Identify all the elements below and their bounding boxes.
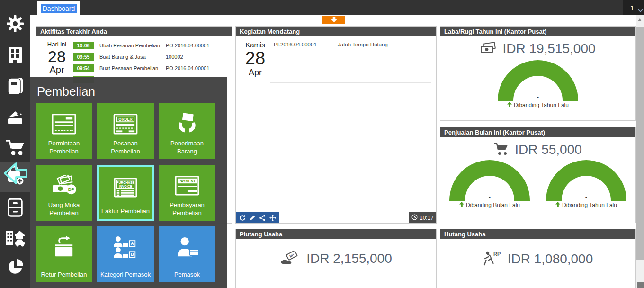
time-value: 10:17 <box>420 215 434 221</box>
goods-receipt-icon <box>175 110 199 138</box>
sidebar-item-reports[interactable] <box>0 253 30 283</box>
gauge-value: - <box>498 93 578 100</box>
chevron-down-icon[interactable] <box>638 6 643 14</box>
move-button[interactable] <box>269 215 276 221</box>
tile-goods-receipt[interactable]: Penerimaan Barang <box>159 103 215 159</box>
badge-count: 1 <box>630 4 634 12</box>
tile-label: Uang Muka Pembelian <box>36 201 92 221</box>
sidebar-item-journal[interactable] <box>0 72 30 102</box>
sales-cart-icon <box>6 139 25 158</box>
sales-gauge-month: - <box>449 160 530 201</box>
upcoming-row[interactable]: PI.2016.04.00001 Jatuh Tempo Hutang <box>274 42 388 47</box>
tab-dashboard[interactable]: Dashboard <box>37 1 80 15</box>
refresh-button[interactable] <box>239 215 246 221</box>
vertical-scrollbar[interactable] <box>636 15 644 288</box>
payable-panel: Hutang Usaha RP IDR 1,080,000 <box>440 229 636 288</box>
arrow-down-icon <box>331 16 338 24</box>
row-separator <box>270 82 431 83</box>
sidebar <box>0 0 30 288</box>
payable-amount: IDR 1,080,000 <box>508 252 593 267</box>
date-month: Apr <box>241 68 270 77</box>
reports-pie-icon <box>6 258 24 278</box>
time-badge: 09:54 <box>73 64 94 72</box>
upcoming-panel: Kegiatan Mendatang Kamis 28 Apr PI.2016.… <box>235 26 437 224</box>
tile-label: Pemasok <box>172 270 202 282</box>
fixed-assets-icon <box>5 228 26 249</box>
gauge-caption: Dibanding Bulan Lalu <box>466 202 520 208</box>
activity-row[interactable]: 10:06 Ubah Pesanan Pembelian PO.2016.04.… <box>73 42 209 49</box>
journal-icon <box>7 77 24 98</box>
activity-action: Buat Barang & Jasa <box>99 54 166 60</box>
tile-purchase-return[interactable]: Retur Pembelian <box>36 226 92 282</box>
tile-purchase-invoice[interactable]: PURCHASE INVOICE Faktur Pembelian <box>97 165 154 221</box>
profit-panel: Laba/Rugi Tahun ini (Kantor Pusat) IDR 1… <box>440 26 636 121</box>
purchase-request-icon <box>52 110 76 138</box>
activity-ref: PO.2016.04.00001 <box>166 43 209 48</box>
sales-panel-title: Penjualan Bulan ini (Kantor Pusat) <box>440 127 635 137</box>
sales-amount: IDR 55,000 <box>515 142 582 157</box>
scrollbar-thumb[interactable] <box>636 27 644 260</box>
tile-label: Retur Pembelian <box>39 270 89 282</box>
sidebar-item-fixed-assets[interactable] <box>0 224 30 254</box>
time-badge: 10:06 <box>73 42 94 49</box>
tile-supplier[interactable]: Pemasok <box>159 226 215 282</box>
sidebar-item-cash-bank[interactable] <box>0 103 30 134</box>
payable-panel-title: Hutang Usaha <box>440 229 635 239</box>
gauge-value: - <box>449 193 530 200</box>
tile-down-payment[interactable]: DP Uang Muka Pembelian <box>36 165 92 221</box>
day-name: Kamis <box>241 41 270 49</box>
company-icon <box>7 46 23 66</box>
activities-date: Hari ini 28 Apr <box>41 41 72 74</box>
money-icon <box>480 42 496 56</box>
sales-gauge-year: - <box>546 160 626 201</box>
highlight-arrow-left-icon <box>3 162 28 187</box>
down-payment-icon: DP <box>51 171 77 200</box>
date-label: Hari ini <box>41 41 72 48</box>
share-button[interactable] <box>259 215 266 221</box>
date-day: 28 <box>241 49 270 68</box>
purchase-return-icon <box>52 233 76 261</box>
activity-row[interactable]: 09:55 Buat Barang & Jasa 100002 <box>73 53 183 61</box>
tile-purchase-payment[interactable]: PAYMENT Pembayaran Pembelian <box>159 165 215 221</box>
svg-text:ORDER: ORDER <box>118 117 132 122</box>
tile-supplier-category[interactable]: A B Kategori Pemasok <box>97 226 154 282</box>
scroll-up-arrow[interactable] <box>638 18 642 21</box>
notification-badge[interactable]: 1 <box>623 0 644 15</box>
sidebar-item-inventory[interactable] <box>0 193 30 224</box>
receivable-panel-title: Piutang Usaha <box>236 229 436 239</box>
cart-icon <box>494 143 508 157</box>
up-arrow-icon <box>507 102 512 108</box>
profit-amount: IDR 19,515,000 <box>502 41 595 56</box>
up-arrow-icon <box>459 202 464 208</box>
date-month: Apr <box>41 65 72 74</box>
receivable-amount: IDR 2,155,000 <box>306 251 392 266</box>
tile-label: Penerimaan Barang <box>159 139 215 159</box>
gauge-value: - <box>546 193 626 200</box>
activities-panel-title: Aktifitas Terakhir Anda <box>36 27 232 36</box>
sidebar-item-settings[interactable] <box>0 9 30 40</box>
svg-text:PAYMENT: PAYMENT <box>179 179 196 183</box>
svg-text:DP: DP <box>68 187 75 192</box>
time-badge: 09:55 <box>73 53 94 61</box>
svg-text:B: B <box>131 252 134 257</box>
svg-text:A: A <box>131 241 134 246</box>
activity-action: Buat Pesanan Pembelian <box>99 65 166 71</box>
activity-row[interactable]: 09:54 Buat Pesanan Pembelian PO.2016.04.… <box>73 64 209 72</box>
tile-label: Pesanan Pembelian <box>97 139 154 159</box>
profit-panel-title: Laba/Rugi Tahun ini (Kantor Pusat) <box>440 27 635 36</box>
inventory-drawer-icon <box>7 198 24 219</box>
supplier-category-icon: A B <box>113 233 138 261</box>
tile-purchase-order[interactable]: ORDER Pesanan Pembelian <box>97 103 154 159</box>
menu-title: Pembelian <box>37 84 227 99</box>
profit-gauge: - <box>498 60 578 101</box>
topbar: Dashboard 1 <box>0 0 644 15</box>
sidebar-item-company[interactable] <box>0 41 30 71</box>
pay-money-icon: RP <box>483 251 501 268</box>
tab-label: Dashboard <box>41 4 77 13</box>
purchase-menu-overlay: Pembelian Permintaan Pembelian <box>30 77 227 288</box>
up-arrow-icon <box>555 202 560 208</box>
sidebar-item-sales[interactable] <box>0 134 30 164</box>
edit-pencil-button[interactable] <box>250 215 256 221</box>
tile-purchase-request[interactable]: Permintaan Pembelian <box>36 103 92 159</box>
expand-down-button[interactable] <box>322 16 345 24</box>
